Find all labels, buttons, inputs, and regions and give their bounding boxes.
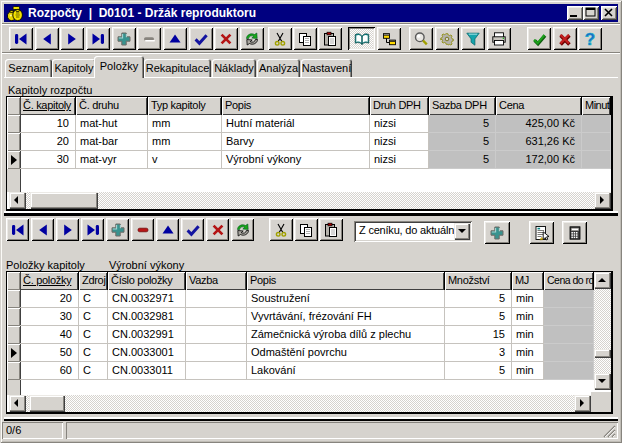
svg-text:?: ? bbox=[585, 31, 595, 47]
